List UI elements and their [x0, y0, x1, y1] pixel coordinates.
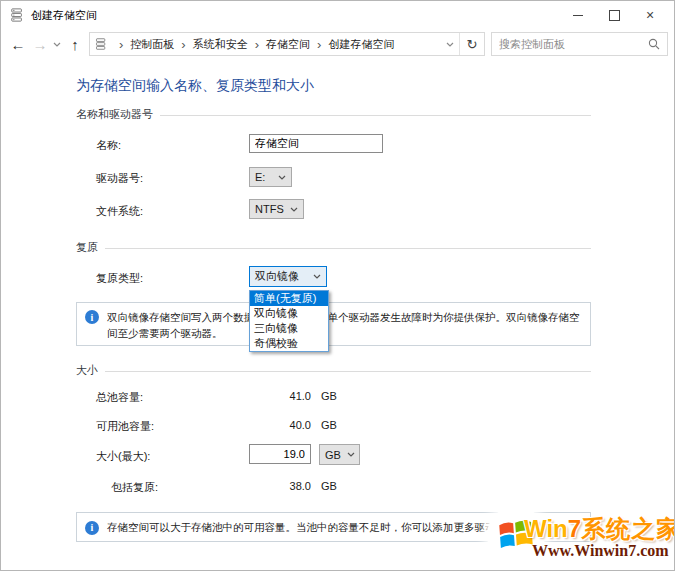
section-title: 名称和驱动器号 — [76, 107, 153, 122]
watermark-brand-suffix: 系统之家 — [581, 515, 675, 542]
window-title: 创建存储空间 — [31, 8, 97, 23]
minimize-button[interactable] — [560, 1, 596, 29]
close-button[interactable]: × — [632, 1, 668, 29]
chevron-down-icon — [347, 452, 355, 457]
resiliency-type-value: 双向镜像 — [255, 269, 299, 284]
storage-stack-icon — [10, 8, 24, 22]
including-resiliency-value: 38.0 — [249, 480, 311, 492]
breadcrumb-storage-icon — [95, 38, 107, 50]
search-input[interactable] — [492, 38, 641, 50]
drive-letter-select[interactable]: E: — [249, 167, 292, 187]
close-icon: × — [646, 8, 654, 22]
refresh-icon: ↻ — [467, 37, 478, 52]
chevron-down-icon — [446, 42, 454, 47]
including-resiliency-unit: GB — [321, 480, 337, 492]
back-icon: ← — [11, 36, 26, 53]
available-pool-capacity-value: 40.0 — [249, 419, 311, 431]
up-button[interactable]: ↑ — [64, 29, 86, 59]
total-pool-capacity-label: 总池容量: — [96, 390, 143, 405]
dropdown-option-three-way-mirror[interactable]: 三向镜像 — [250, 321, 328, 336]
chevron-down-icon — [290, 207, 298, 212]
available-pool-capacity-unit: GB — [321, 419, 337, 431]
drive-letter-value: E: — [255, 171, 265, 183]
dropdown-option-simple[interactable]: 简单(无复原) — [250, 291, 328, 306]
dropdown-option-parity[interactable]: 奇偶校验 — [250, 336, 328, 351]
address-dropdown-button[interactable] — [441, 42, 459, 47]
maximize-button[interactable] — [596, 1, 632, 29]
info-icon: i — [85, 310, 99, 324]
maximize-icon — [609, 10, 620, 21]
page-title: 为存储空间输入名称、复原类型和大小 — [76, 77, 314, 95]
chevron-down-icon — [278, 175, 286, 180]
watermark-brand-seven: 7 — [568, 515, 581, 542]
breadcrumb-item-control-panel[interactable]: 控制面板 — [130, 37, 174, 52]
name-input[interactable] — [249, 134, 383, 153]
forward-icon: → — [33, 36, 48, 53]
watermark-brand: Win7系统之家 — [524, 513, 675, 545]
size-unit-select[interactable]: GB — [319, 444, 360, 465]
chevron-down-icon — [53, 42, 61, 47]
resiliency-type-select[interactable]: 双向镜像 — [249, 266, 327, 287]
breadcrumb-separator-icon: › — [181, 38, 185, 51]
section-title: 大小 — [76, 363, 98, 378]
size-unit-value: GB — [325, 449, 341, 461]
resiliency-type-dropdown: 简单(无复原) 双向镜像 三向镜像 奇偶校验 — [249, 290, 329, 352]
dropdown-option-two-way-mirror[interactable]: 双向镜像 — [250, 306, 328, 321]
max-size-label: 大小(最大): — [96, 449, 150, 464]
filesystem-label: 文件系统: — [96, 204, 143, 219]
filesystem-select[interactable]: NTFS — [249, 199, 304, 219]
search-box — [491, 32, 668, 56]
forward-button[interactable]: → — [29, 29, 51, 59]
search-icon — [648, 38, 660, 50]
chevron-down-icon — [313, 274, 321, 279]
watermark-url: Www.Winwin7.com — [532, 542, 669, 560]
section-divider — [105, 248, 591, 249]
total-pool-capacity-unit: GB — [321, 390, 337, 402]
back-button[interactable]: ← — [7, 29, 29, 59]
resiliency-info-box: i 双向镜像存储空间写入两个数据副本，从而可在单个驱动器发生故障时为你提供保护。… — [76, 302, 591, 346]
watermark-brand-win: Win — [524, 515, 568, 542]
available-pool-capacity-label: 可用池容量: — [96, 419, 154, 434]
breadcrumb-item-system-security[interactable]: 系统和安全 — [193, 37, 248, 52]
section-divider — [105, 371, 591, 372]
breadcrumb-separator-icon: › — [317, 38, 321, 51]
section-size: 大小 — [76, 363, 591, 378]
section-title: 复原 — [76, 240, 98, 255]
info-icon: i — [85, 521, 99, 535]
including-resiliency-label: 包括复原: — [111, 480, 158, 495]
navigation-bar: ← → ↑ › 控制面板 › 系统和安全 › 存储空间 › 创建存储空间 — [1, 29, 674, 59]
recent-pages-button[interactable] — [50, 29, 64, 59]
breadcrumb-item-storage-spaces[interactable]: 存储空间 — [266, 37, 310, 52]
create-storage-space-window: 创建存储空间 × ← → ↑ › 控制面板 › 系统和安全 — [0, 0, 675, 571]
window-controls: × — [560, 1, 668, 29]
breadcrumb-separator-icon: › — [255, 38, 259, 51]
total-pool-capacity-value: 41.0 — [249, 390, 311, 402]
max-size-input[interactable] — [249, 444, 311, 464]
section-resiliency: 复原 — [76, 240, 591, 255]
section-divider — [160, 115, 591, 116]
section-name-and-drive: 名称和驱动器号 — [76, 107, 591, 122]
filesystem-value: NTFS — [255, 203, 284, 215]
name-label: 名称: — [96, 138, 121, 153]
breadcrumb: › 控制面板 › 系统和安全 › 存储空间 › 创建存储空间 ↻ — [89, 32, 485, 56]
breadcrumb-item-create-storage-space[interactable]: 创建存储空间 — [328, 37, 394, 52]
breadcrumb-separator-icon: › — [119, 38, 123, 51]
resiliency-type-label: 复原类型: — [96, 271, 143, 286]
minimize-icon — [573, 15, 583, 16]
refresh-button[interactable]: ↻ — [459, 33, 484, 55]
drive-letter-label: 驱动器号: — [96, 171, 143, 186]
resiliency-info-text: 双向镜像存储空间写入两个数据副本，从而可在单个驱动器发生故障时为你提供保护。双向… — [107, 309, 582, 339]
search-button[interactable] — [641, 38, 667, 50]
up-icon: ↑ — [71, 36, 79, 53]
title-bar: 创建存储空间 × — [1, 1, 674, 29]
